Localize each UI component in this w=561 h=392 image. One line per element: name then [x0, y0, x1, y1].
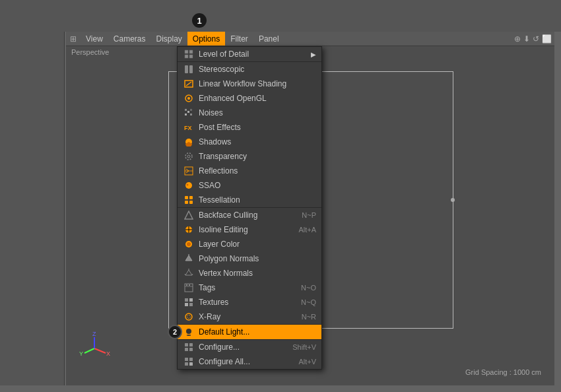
svg-rect-11	[189, 65, 193, 73]
svg-line-44	[185, 274, 185, 275]
menu-item-backface-culling[interactable]: Backface Culling N~P	[178, 208, 321, 222]
svg-rect-20	[190, 114, 192, 115]
layer-color-icon	[183, 239, 195, 249]
tag-icon-svg	[184, 283, 193, 292]
axis-svg: X Y Z	[78, 332, 111, 365]
svg-rect-64	[185, 362, 188, 366]
menu-item-polygon-normals[interactable]: Polygon Normals	[178, 251, 321, 266]
svg-line-43	[192, 274, 193, 275]
menu-filter[interactable]: Filter	[225, 32, 253, 46]
menu-panel[interactable]: Panel	[253, 32, 284, 46]
configure-icon	[183, 342, 195, 352]
tags-label: Tags	[199, 283, 301, 292]
svg-rect-31	[185, 201, 188, 204]
svg-text:Z: Z	[92, 332, 96, 337]
menu-item-shadows[interactable]: Shadows	[178, 135, 321, 149]
grid-icon: ⊞	[66, 33, 81, 45]
transparency-icon	[183, 151, 195, 162]
menu-item-reflections[interactable]: Reflections	[178, 164, 321, 178]
default-light-label: Default Light...	[199, 327, 316, 337]
axis-indicator: X Y Z	[78, 332, 111, 367]
svg-rect-63	[189, 358, 193, 361]
pn-icon-svg	[184, 254, 193, 263]
textures-shortcut: N~Q	[301, 298, 316, 306]
svg-rect-17	[187, 111, 189, 113]
shadows-label: Shadows	[199, 137, 316, 147]
svg-rect-60	[185, 348, 188, 351]
tess-icon-svg	[184, 195, 193, 205]
stereo-icon-svg	[184, 65, 193, 74]
menu-item-textures[interactable]: Textures N~Q	[178, 295, 321, 310]
svg-point-24	[187, 155, 190, 158]
menu-display[interactable]: Display	[150, 32, 187, 46]
svg-rect-18	[190, 109, 192, 111]
move-icon[interactable]: ⊕	[514, 34, 521, 44]
shadow-icon-svg	[184, 137, 193, 147]
menu-item-transparency[interactable]: Transparency	[178, 149, 321, 164]
svg-rect-65	[189, 362, 193, 366]
stereoscopic-label: Stereoscopic	[199, 65, 316, 74]
svg-rect-51	[185, 303, 188, 306]
menu-view[interactable]: View	[81, 32, 108, 46]
svg-rect-9	[189, 55, 193, 58]
menu-item-default-light[interactable]: Default Light...	[178, 325, 321, 339]
menu-item-stereoscopic[interactable]: Stereoscopic	[178, 62, 321, 77]
badge-2: 2	[168, 325, 182, 339]
menu-item-layer-color[interactable]: Layer Color	[178, 237, 321, 251]
menu-item-tags[interactable]: Tags N~O	[178, 280, 321, 295]
download-icon[interactable]: ⬇	[523, 34, 530, 44]
textures-label: Textures	[199, 298, 301, 307]
lw-icon-svg	[184, 79, 193, 88]
svg-rect-19	[185, 114, 187, 115]
svg-rect-59	[189, 343, 193, 346]
tessellation-icon	[183, 195, 195, 205]
menu-item-vertex-normals[interactable]: Vertex Normals	[178, 266, 321, 280]
menu-item-enhanced-opengl[interactable]: Enhanced OpenGL	[178, 91, 321, 106]
window-icon[interactable]: ⬜	[542, 34, 552, 44]
vertex-normals-label: Vertex Normals	[199, 269, 316, 278]
refresh-icon[interactable]: ↺	[533, 34, 539, 44]
svg-point-15	[187, 97, 190, 100]
post-effects-icon: FX	[183, 122, 195, 133]
default-light-icon	[183, 327, 195, 337]
menu-item-tessellation[interactable]: Tessellation	[178, 193, 321, 207]
svg-rect-52	[189, 303, 193, 306]
stereoscopic-icon	[183, 64, 195, 75]
linear-workflow-icon	[183, 79, 195, 89]
menu-item-ssao[interactable]: SSAO	[178, 178, 321, 193]
menu-cameras[interactable]: Cameras	[108, 32, 151, 46]
menubar-right: ⊕ ⬇ ↺ ⬜	[514, 34, 554, 44]
badge-1: 1	[191, 12, 208, 29]
polygon-normals-icon	[183, 253, 195, 264]
menu-item-isoline-editing[interactable]: Isoline Editing Alt+A	[178, 222, 321, 237]
ssao-label: SSAO	[199, 181, 316, 190]
svg-rect-58	[185, 343, 188, 346]
menu-item-configure[interactable]: Configure... Shift+V	[178, 340, 321, 354]
isoline-editing-shortcut: Alt+A	[298, 226, 316, 234]
enhanced-opengl-icon	[183, 93, 195, 104]
svg-point-55	[186, 329, 191, 334]
menu-item-configure-all[interactable]: Configure All... Alt+V	[178, 354, 321, 369]
grid-spacing-label: Grid Spacing : 1000 cm	[465, 368, 541, 376]
menu-item-linear-workflow[interactable]: Linear Workflow Shading	[178, 77, 321, 91]
cfg-icon-svg	[184, 343, 193, 352]
menu-item-level-of-detail[interactable]: Level of Detail ▶	[178, 47, 321, 61]
isoline-editing-label: Isoline Editing	[199, 225, 298, 234]
svg-point-23	[185, 153, 192, 160]
configure-label: Configure...	[199, 343, 292, 352]
svg-rect-10	[185, 65, 188, 73]
menu-item-xray[interactable]: X-Ray N~R	[178, 310, 321, 324]
menu-options[interactable]: Options	[187, 32, 225, 46]
menu-item-post-effects[interactable]: FX Post Effects	[178, 120, 321, 135]
svg-line-1	[84, 348, 94, 353]
svg-marker-33	[185, 211, 193, 219]
transparency-label: Transparency	[199, 152, 316, 161]
level-of-detail-arrow: ▶	[311, 51, 316, 58]
xray-label: X-Ray	[199, 312, 302, 321]
isoline-editing-icon	[183, 224, 195, 235]
textures-icon	[183, 297, 195, 308]
menu-item-noises[interactable]: Noises	[178, 106, 321, 120]
gl-icon-svg	[184, 94, 193, 103]
noises-icon	[183, 108, 195, 118]
svg-rect-8	[185, 55, 188, 58]
